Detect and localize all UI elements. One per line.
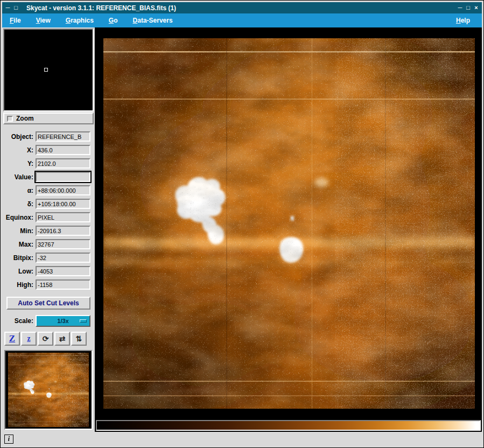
x-label: X: bbox=[2, 146, 36, 154]
window-close-icon[interactable]: × bbox=[472, 2, 480, 13]
window-maximize-icon[interactable]: □ bbox=[464, 2, 472, 13]
colorbar[interactable] bbox=[96, 420, 481, 431]
zoom-marker bbox=[44, 68, 48, 72]
min-label: Min: bbox=[2, 227, 36, 235]
low-label: Low: bbox=[2, 268, 36, 275]
menu-graphics[interactable]: Graphics bbox=[58, 14, 101, 27]
high-field[interactable] bbox=[36, 279, 90, 290]
control-panel: Zoom Object: X: Y: Value: bbox=[2, 27, 95, 432]
equinox-label: Equinox: bbox=[2, 214, 36, 221]
max-label: Max: bbox=[2, 241, 36, 248]
field-row-value: Value: bbox=[2, 170, 95, 184]
zoom-toggle-bar: Zoom bbox=[3, 113, 94, 124]
field-row-high: High: bbox=[2, 278, 95, 291]
y-field[interactable] bbox=[36, 158, 90, 169]
scale-label: Scale: bbox=[2, 317, 36, 325]
image-canvas[interactable] bbox=[95, 27, 482, 420]
skycat-window: ─ □ Skycat - version 3.1.1: REFERENCE_BI… bbox=[0, 0, 484, 448]
bitpix-label: Bitpix: bbox=[2, 254, 36, 262]
object-field[interactable] bbox=[36, 131, 90, 142]
high-label: High: bbox=[2, 281, 36, 289]
info-form: Object: X: Y: Value: α: bbox=[2, 124, 95, 291]
y-label: Y: bbox=[2, 160, 36, 167]
option-menu-indicator bbox=[80, 319, 87, 323]
bitpix-field[interactable] bbox=[36, 253, 90, 263]
auto-set-cut-levels-button[interactable]: Auto Set Cut Levels bbox=[6, 297, 90, 310]
scale-row: Scale: 1/3x bbox=[2, 314, 95, 328]
value-field[interactable] bbox=[36, 172, 90, 182]
zoom-out-button[interactable]: z bbox=[21, 332, 37, 346]
content: Zoom Object: X: Y: Value: bbox=[2, 27, 482, 432]
menu-go[interactable]: Go bbox=[101, 14, 125, 27]
flip-y-button[interactable]: ⇅ bbox=[71, 332, 87, 346]
info-icon[interactable]: i bbox=[4, 435, 13, 444]
window-title: Skycat - version 3.1.1: REFERENCE_BIAS.f… bbox=[26, 4, 456, 12]
menu-data-servers[interactable]: Data-Servers bbox=[125, 14, 180, 27]
panorama-image bbox=[8, 353, 89, 427]
menu-view[interactable]: View bbox=[29, 14, 58, 27]
max-field[interactable] bbox=[36, 239, 90, 249]
zoom-in-button[interactable]: Z bbox=[4, 332, 20, 346]
field-row-bitpix: Bitpix: bbox=[2, 251, 95, 264]
field-row-y: Y: bbox=[2, 157, 95, 170]
field-row-equinox: Equinox: bbox=[2, 211, 95, 224]
x-field[interactable] bbox=[36, 145, 90, 155]
min-field[interactable] bbox=[36, 226, 90, 236]
menu-file[interactable]: File bbox=[2, 14, 29, 27]
field-row-max: Max: bbox=[2, 237, 95, 251]
object-label: Object: bbox=[2, 133, 36, 141]
equinox-field[interactable] bbox=[36, 212, 90, 222]
field-row-low: Low: bbox=[2, 264, 95, 278]
window-dot-icon[interactable]: □ bbox=[12, 2, 20, 13]
scale-value: 1/3x bbox=[57, 318, 68, 324]
scale-option-menu[interactable]: 1/3x bbox=[36, 315, 90, 327]
statusbar: i bbox=[2, 432, 482, 446]
field-row-min: Min: bbox=[2, 224, 95, 237]
flip-x-button[interactable]: ⇄ bbox=[54, 332, 70, 346]
field-row-object: Object: bbox=[2, 130, 95, 143]
zoom-checkbox[interactable] bbox=[7, 116, 13, 122]
image-area bbox=[95, 27, 482, 432]
zoom-checkbox-label: Zoom bbox=[16, 115, 34, 122]
toolbar: Z z ⟳ ⇄ ⇅ bbox=[4, 332, 95, 346]
field-row-x: X: bbox=[2, 143, 95, 157]
titlebar: ─ □ Skycat - version 3.1.1: REFERENCE_BI… bbox=[2, 2, 482, 13]
menubar: File View Graphics Go Data-Servers Help bbox=[2, 13, 482, 27]
menu-help[interactable]: Help bbox=[448, 14, 478, 27]
ra-field[interactable] bbox=[36, 185, 90, 195]
rotate-button[interactable]: ⟳ bbox=[38, 332, 53, 346]
value-label: Value: bbox=[2, 173, 36, 181]
window-minimize-icon[interactable]: ─ bbox=[456, 2, 464, 13]
zoom-window[interactable] bbox=[3, 29, 94, 111]
window-menu-icon[interactable]: ─ bbox=[4, 2, 12, 13]
fits-image bbox=[103, 38, 475, 409]
field-row-dec: δ: bbox=[2, 197, 95, 211]
field-row-ra: α: bbox=[2, 184, 95, 197]
panorama-window[interactable] bbox=[4, 350, 93, 430]
dec-label: δ: bbox=[2, 200, 36, 208]
low-field[interactable] bbox=[36, 266, 90, 276]
dec-field[interactable] bbox=[36, 199, 90, 209]
ra-label: α: bbox=[2, 187, 36, 194]
